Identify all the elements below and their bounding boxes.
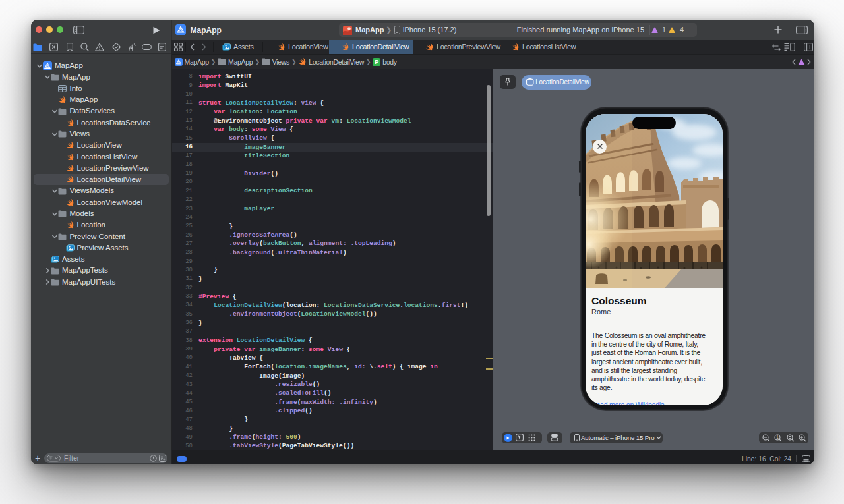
svg-text:P: P — [375, 59, 378, 65]
svg-text:1: 1 — [776, 435, 779, 439]
